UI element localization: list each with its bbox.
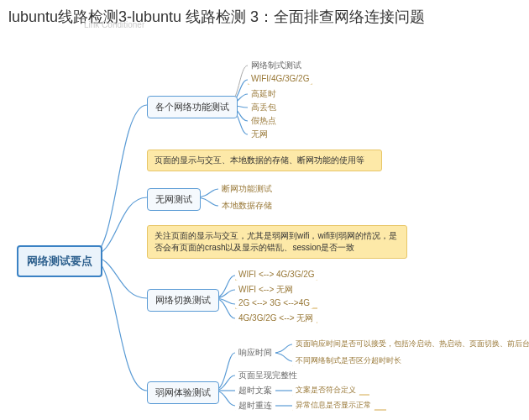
leaf-4g-none-switch: 4G/3G/2G <--> 无网 bbox=[235, 311, 317, 326]
leaf-network-type-test: 网络制式测试 bbox=[248, 58, 305, 73]
leaf-error-display: 异常信息是否显示正常 bbox=[292, 398, 374, 412]
branch-network-switch: 网络切换测试 bbox=[147, 289, 219, 312]
leaf-wifi-4g-switch: WIFI <--> 4G/3G/2G bbox=[235, 268, 318, 281]
branch-weak-network: 弱网体验测试 bbox=[147, 381, 219, 404]
leaf-response-acceptable: 页面响应时间是否可以接受，包括冷启动、热启动、页面切换、前后台切换、首屏时间 bbox=[292, 337, 529, 351]
sub-timeout-reconnect: 超时重连 bbox=[235, 398, 275, 413]
note-page-display: 页面的显示与交互、本地数据的存储、断网功能的使用等 bbox=[147, 150, 382, 171]
leaf-wifi-none-switch: WIFI <--> 无网 bbox=[235, 282, 296, 297]
page-title: lubuntu线路检测3-lubuntu 线路检测 3：全面排查网络连接问题 bbox=[0, 0, 529, 31]
watermark-text: Link Conditioner bbox=[84, 20, 144, 29]
leaf-timeout-diff: 不同网络制式是否区分超时时长 bbox=[292, 354, 405, 368]
mindmap-diagram: 网络测试要点 各个网络功能测试 网络制式测试 WIFI/4G/3G/2G 高延时… bbox=[0, 59, 529, 420]
leaf-no-network: 无网 bbox=[248, 127, 271, 142]
note-switch-concern: 关注页面的显示与交互，尤其是弱网到wifi，wifi到弱网的情况，是否会有页面的… bbox=[147, 225, 407, 259]
branch-no-network: 无网测试 bbox=[147, 188, 201, 211]
sub-timeout-copy: 超时文案 bbox=[235, 383, 275, 398]
sub-response-time: 响应时间 bbox=[235, 345, 275, 360]
leaf-wifi-4g: WIFI/4G/3G/2G bbox=[248, 72, 312, 85]
leaf-2g-3g-4g-switch: 2G <--> 3G <-->4G bbox=[235, 297, 313, 309]
sub-page-integrity: 页面呈现完整性 bbox=[235, 368, 301, 383]
leaf-local-storage: 本地数据存储 bbox=[218, 198, 275, 213]
leaf-copy-definition: 文案是否符合定义 bbox=[292, 383, 359, 397]
leaf-offline-function: 断网功能测试 bbox=[218, 181, 275, 197]
branch-network-function: 各个网络功能测试 bbox=[147, 96, 238, 118]
root-node: 网络测试要点 bbox=[17, 245, 102, 277]
